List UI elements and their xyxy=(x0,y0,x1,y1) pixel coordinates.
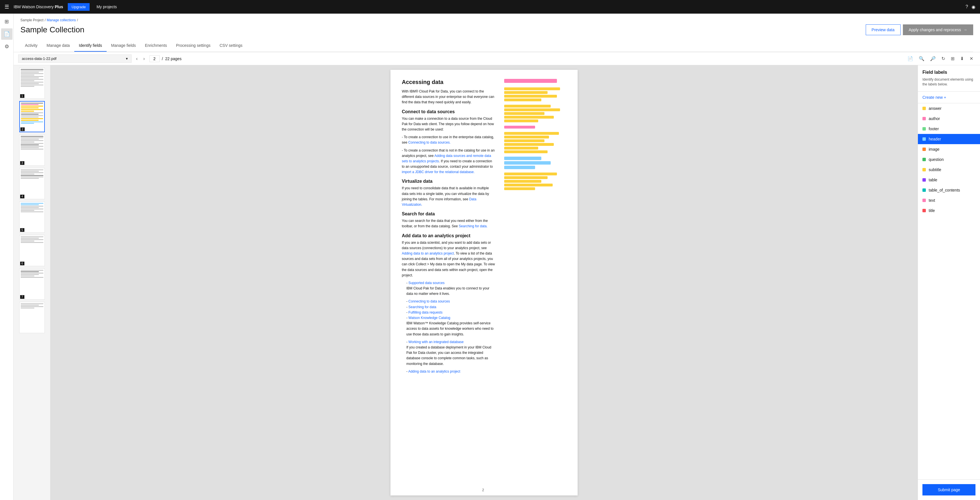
field-item-footer[interactable]: footer xyxy=(918,124,980,134)
link-connecting2[interactable]: Connecting to data sources xyxy=(408,299,450,304)
link-adding-data[interactable]: Adding data to an analytics project xyxy=(402,251,454,256)
doc-text-column: Accessing data With IBM® Cloud Pak for D… xyxy=(402,79,495,374)
close-icon[interactable]: ✕ xyxy=(967,55,975,62)
link-fulfilling[interactable]: Fulfilling data requests xyxy=(408,310,442,315)
user-avatar-icon[interactable]: ◉ xyxy=(972,4,975,10)
thumb-img-1: 1 xyxy=(19,67,45,99)
thumbnail-2[interactable]: 2 xyxy=(16,101,48,132)
breadcrumb-project[interactable]: Sample Project xyxy=(21,18,43,22)
field-item-author[interactable]: author xyxy=(918,113,980,124)
doc-wkc-body: IBM Watson™ Knowledge Catalog provides s… xyxy=(406,321,495,337)
annotation-text-bar-12 xyxy=(504,139,544,142)
viewer-toolbar: access-data-1-22.pdf ▾ ‹ › / 22 pages 📄 … xyxy=(14,52,980,65)
field-dot-title xyxy=(923,209,926,212)
sidebar-document-icon[interactable]: 📄 xyxy=(1,29,13,40)
tab-activity[interactable]: Activity xyxy=(21,40,42,52)
help-icon[interactable]: ? xyxy=(966,4,968,10)
field-item-text[interactable]: text xyxy=(918,195,980,206)
thumb-img-6: 6 xyxy=(19,235,45,266)
breadcrumb-collection[interactable]: Manage collections xyxy=(47,18,76,22)
next-page-button[interactable]: › xyxy=(141,55,147,62)
link-connecting[interactable]: Connecting to data sources. xyxy=(408,141,450,144)
tab-processing-settings[interactable]: Processing settings xyxy=(172,40,215,52)
submit-page-button[interactable]: Submit page xyxy=(923,484,975,495)
doc-section-virtualize-title: Virtualize data xyxy=(402,179,495,184)
thumbnail-7[interactable]: 7 xyxy=(16,268,48,300)
doc-page-number: 2 xyxy=(482,488,484,492)
create-new-button[interactable]: Create new + xyxy=(923,95,946,100)
document-icon[interactable]: 📄 xyxy=(905,55,915,62)
field-item-header[interactable]: header xyxy=(918,134,980,144)
doc-section-connect-title: Connect to data sources xyxy=(402,109,495,114)
field-label-answer: answer xyxy=(929,106,942,111)
upgrade-button[interactable]: Upgrade xyxy=(68,3,90,11)
rotate-icon[interactable]: ↻ xyxy=(939,55,947,62)
thumb-img-3: 3 xyxy=(19,134,45,166)
toolbar-right-icons: 📄 🔍 🔎 ↻ ⊞ ⬇ ✕ xyxy=(905,55,975,62)
tab-csv-settings[interactable]: CSV settings xyxy=(215,40,247,52)
link-add-analytics[interactable]: Adding data to an analytics project xyxy=(408,369,460,374)
submit-button-area: Submit page xyxy=(918,479,980,500)
field-dot-subtitle xyxy=(923,168,926,171)
my-projects-link[interactable]: My projects xyxy=(96,5,117,9)
field-labels-panel: Field labels Identify document elements … xyxy=(918,65,980,500)
link-wkc[interactable]: Watson Knowledge Catalog xyxy=(408,316,450,320)
field-item-image[interactable]: image xyxy=(918,144,980,154)
tab-identify-fields[interactable]: Identify fields xyxy=(74,40,107,52)
tab-enrichments[interactable]: Enrichments xyxy=(140,40,172,52)
main-content: Sample Project / Manage collections / Sa… xyxy=(14,14,980,500)
thumbnail-6[interactable]: 6 xyxy=(16,235,48,266)
apply-changes-button[interactable]: Apply changes and reprocess → xyxy=(903,24,973,35)
thumbnail-8[interactable] xyxy=(16,302,48,333)
field-item-table-of-contents[interactable]: table_of_contents xyxy=(918,185,980,195)
thumbnail-1[interactable]: 1 xyxy=(16,67,48,99)
page-header: Sample Project / Manage collections / Sa… xyxy=(14,14,980,52)
page-title-row: Sample Collection Preview data Apply cha… xyxy=(21,24,973,35)
link-searching2[interactable]: Searching for data xyxy=(408,305,436,309)
thumb-img-8 xyxy=(19,302,45,333)
link-adding[interactable]: Adding data sources and remote data sets… xyxy=(402,154,491,163)
link-supported[interactable]: Supported data sources xyxy=(408,281,444,285)
preview-data-button[interactable]: Preview data xyxy=(866,24,900,35)
annotation-text-bar-19 xyxy=(504,184,553,187)
hamburger-menu-icon[interactable]: ☰ xyxy=(5,4,9,10)
thumb-img-4: 4 xyxy=(19,168,45,199)
page-number-input[interactable] xyxy=(150,55,160,62)
topnav-right-icons: ? ◉ xyxy=(966,4,975,10)
sidebar-nav-icon[interactable]: ⊞ xyxy=(1,16,13,27)
link-data-virtualization[interactable]: Data Virtualization. xyxy=(402,197,476,206)
zoom-in-icon[interactable]: 🔎 xyxy=(928,55,938,62)
brand-name: IBM Watson Discovery Plus xyxy=(14,5,63,9)
field-item-answer[interactable]: answer xyxy=(918,103,980,113)
page-title: Sample Collection xyxy=(21,25,84,34)
tab-manage-fields[interactable]: Manage fields xyxy=(107,40,140,52)
link-jdbc[interactable]: import a JDBC driver for the relational … xyxy=(402,170,475,174)
thumbnail-3[interactable]: 3 xyxy=(16,134,48,166)
field-item-title[interactable]: title xyxy=(918,206,980,216)
doc-connect-item1: - To create a connection to use in the e… xyxy=(402,134,495,145)
viewer-column: access-data-1-22.pdf ▾ ‹ › / 22 pages 📄 … xyxy=(14,52,980,500)
field-item-table[interactable]: table xyxy=(918,175,980,185)
annotation-text-bar-4 xyxy=(504,99,542,101)
annotation-text-bar-20 xyxy=(504,187,535,190)
prev-page-button[interactable]: ‹ xyxy=(134,55,140,62)
field-item-subtitle[interactable]: subtitle xyxy=(918,165,980,175)
sidebar-settings-icon[interactable]: ⚙ xyxy=(1,41,13,52)
thumbnail-4[interactable]: 4 xyxy=(16,168,48,199)
thumbnail-5[interactable]: 5 xyxy=(16,201,48,233)
field-item-question[interactable]: question xyxy=(918,154,980,165)
fit-page-icon[interactable]: ⊞ xyxy=(948,55,957,62)
thumb-num-4: 4 xyxy=(20,195,25,198)
doc-main-title: Accessing data xyxy=(402,79,495,85)
filename-dropdown-icon[interactable]: ▾ xyxy=(126,56,128,61)
annotation-text-bar-13 xyxy=(504,143,554,146)
link-searching[interactable]: Searching for data. xyxy=(459,224,487,228)
annotation-pink-bar-2 xyxy=(504,126,535,129)
zoom-out-icon[interactable]: 🔍 xyxy=(916,55,927,62)
annotation-text-bar-10 xyxy=(504,132,559,135)
breadcrumb: Sample Project / Manage collections / xyxy=(21,18,973,22)
link-integrated[interactable]: Working with an integrated database xyxy=(408,340,464,344)
field-label-author: author xyxy=(929,117,940,121)
tab-manage-data[interactable]: Manage data xyxy=(42,40,74,52)
download-icon[interactable]: ⬇ xyxy=(958,55,966,62)
